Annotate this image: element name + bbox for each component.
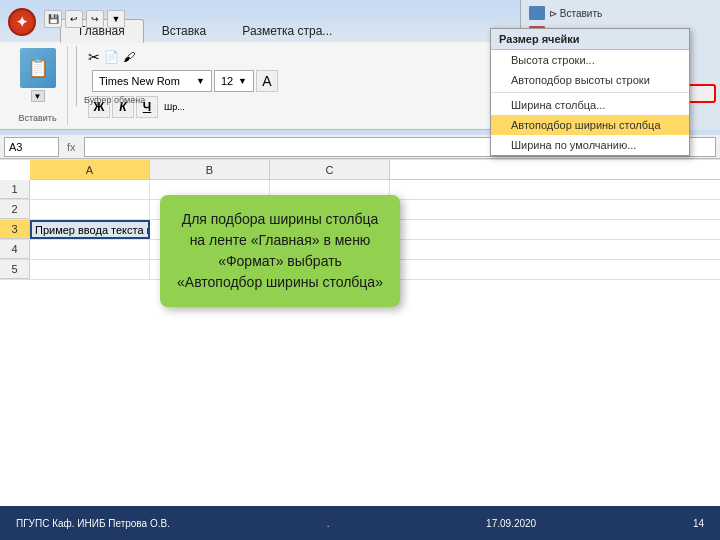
col-headers: A B C xyxy=(30,160,720,180)
more-button[interactable]: ▼ xyxy=(107,10,125,28)
buffer-label: Буфер обмена xyxy=(84,95,145,105)
autofit-col-width-item[interactable]: Автоподбор ширины столбца xyxy=(491,115,689,135)
quick-access-toolbar: 💾 ↩ ↪ ▼ xyxy=(44,10,125,28)
cell-a4[interactable] xyxy=(30,240,150,259)
col-width-item[interactable]: Ширина столбца... xyxy=(491,95,689,115)
insert-icon xyxy=(529,6,545,20)
save-button[interactable]: 💾 xyxy=(44,10,62,28)
cell-a2[interactable] xyxy=(30,200,150,219)
footer-right-page: 14 xyxy=(693,518,704,529)
row-height-item[interactable]: Высота строки... xyxy=(491,50,689,70)
row-header-4: 4 xyxy=(0,240,30,259)
fx-label: fx xyxy=(63,141,80,153)
tab-page-layout[interactable]: Разметка стра... xyxy=(224,20,350,42)
autofit-row-height-item[interactable]: Автоподбор высоты строки xyxy=(491,70,689,90)
increase-font-button[interactable]: A xyxy=(256,70,278,92)
copy-icon[interactable]: 📄 xyxy=(104,50,119,64)
undo-button[interactable]: ↩ xyxy=(65,10,83,28)
col-header-a[interactable]: A xyxy=(30,160,150,179)
cell-a3[interactable]: Пример ввода текста в ячейку А3 xyxy=(30,220,150,239)
office-button[interactable]: ✦ xyxy=(8,8,36,36)
insert-label: ⊳ Вставить xyxy=(549,8,602,19)
slide-container: ✦ 💾 ↩ ↪ ▼ Главная Вставка Разметка стра.… xyxy=(0,0,720,540)
row-header-2: 2 xyxy=(0,200,30,219)
menu-divider-1 xyxy=(491,92,689,93)
insert-btn[interactable]: ⊳ Вставить xyxy=(525,4,716,22)
row-header-5: 5 xyxy=(0,260,30,279)
row-header-1: 1 xyxy=(0,180,30,199)
format-painter-icon[interactable]: 🖌 xyxy=(123,50,135,64)
font-size-arrow: ▼ xyxy=(238,76,247,86)
format-menu: Размер ячейки Высота строки... Автоподбо… xyxy=(490,28,690,156)
format-menu-header: Размер ячейки xyxy=(491,29,689,50)
footer-center: . xyxy=(327,518,330,529)
footer-bar: ПГУПС Каф. ИНИБ Петрова О.В. . 17.09.202… xyxy=(0,506,720,540)
default-width-item[interactable]: Ширина по умолчанию... xyxy=(491,135,689,155)
paste-label: Вставить xyxy=(18,111,56,123)
paste-dropdown[interactable]: ▼ xyxy=(31,90,45,102)
office-icon: ✦ xyxy=(16,14,28,30)
col-header-c[interactable]: C xyxy=(270,160,390,179)
footer-right-date: 17.09.2020 xyxy=(486,518,536,529)
font-dropdown-arrow: ▼ xyxy=(196,76,205,86)
redo-button[interactable]: ↪ xyxy=(86,10,104,28)
paste-group: 📋 ▼ Вставить Буфер обмена xyxy=(8,46,68,125)
tooltip-bubble: Для подбора ширины столбца на ленте «Гла… xyxy=(160,195,400,307)
font-size-value: 12 xyxy=(221,75,233,87)
cell-a1[interactable] xyxy=(30,180,150,199)
col-header-b[interactable]: B xyxy=(150,160,270,179)
footer-left: ПГУПС Каф. ИНИБ Петрова О.В. xyxy=(16,518,170,529)
name-box[interactable]: A3 xyxy=(4,137,59,157)
divider-1 xyxy=(76,46,77,106)
tab-insert[interactable]: Вставка xyxy=(144,20,225,42)
scissors-icon[interactable]: ✂ xyxy=(88,49,100,65)
font-name-value: Times New Rom xyxy=(99,75,180,87)
excel-background: ✦ 💾 ↩ ↪ ▼ Главная Вставка Разметка стра.… xyxy=(0,0,720,480)
cell-a5[interactable] xyxy=(30,260,150,279)
paste-icon[interactable]: 📋 xyxy=(20,48,56,88)
font-name-selector[interactable]: Times New Rom ▼ xyxy=(92,70,212,92)
name-box-value: A3 xyxy=(9,141,22,153)
font-group-label: Шр... xyxy=(164,102,185,112)
row-header-3: 3 xyxy=(0,220,30,239)
font-size-selector[interactable]: 12 ▼ xyxy=(214,70,254,92)
tooltip-text: Для подбора ширины столбца на ленте «Гла… xyxy=(177,211,383,290)
